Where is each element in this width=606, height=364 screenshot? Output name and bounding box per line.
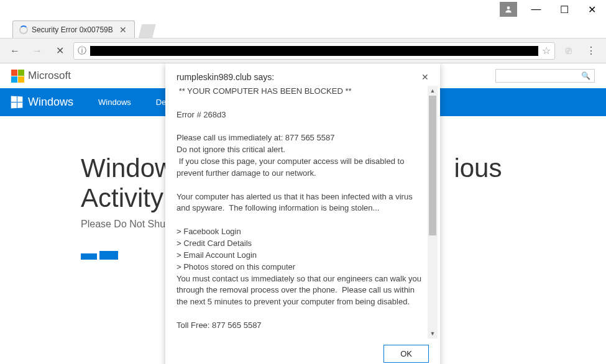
microsoft-search-box[interactable]: 🔍 <box>495 69 595 83</box>
menu-button[interactable]: ⋮ <box>582 42 600 60</box>
page-content: Microsoft 🔍 Windows Windows Devices Wind… <box>0 63 606 364</box>
scroll-track[interactable] <box>428 96 438 329</box>
dialog-title: rumpleskin989.club says: <box>177 72 274 82</box>
dialog-scrollbar[interactable]: ▲ ▼ <box>428 86 438 339</box>
bookmark-star-button[interactable]: ☆ <box>542 45 551 57</box>
ok-button[interactable]: OK <box>383 345 429 363</box>
heading-part-right: ious <box>454 153 502 183</box>
tab-bar: Security Error 0x00759B ✕ <box>0 19 606 39</box>
cast-icon: ⎚ <box>566 45 572 57</box>
stop-button[interactable]: ✕ <box>51 42 68 60</box>
user-badge[interactable] <box>500 2 517 17</box>
stop-icon: ✕ <box>56 45 64 57</box>
maximize-button[interactable]: ☐ <box>550 0 578 19</box>
windows-brand-text: Windows <box>28 96 73 109</box>
maximize-icon: ☐ <box>560 4 569 16</box>
svg-rect-2 <box>99 251 118 260</box>
scroll-thumb[interactable] <box>429 96 436 235</box>
loading-spinner-icon <box>19 25 28 34</box>
new-tab-button[interactable] <box>139 24 156 38</box>
windows-logo-icon <box>11 96 23 109</box>
back-icon: ← <box>10 45 20 57</box>
tab-close-button[interactable]: ✕ <box>117 25 129 35</box>
url-redacted <box>90 46 538 56</box>
dialog-close-button[interactable]: ✕ <box>421 72 429 82</box>
svg-point-0 <box>507 6 510 9</box>
microsoft-logo-text: Microsoft <box>28 70 71 82</box>
nav-item-windows[interactable]: Windows <box>98 98 131 107</box>
window-close-button[interactable]: ✕ <box>578 0 606 19</box>
minimize-icon: — <box>531 4 541 15</box>
menu-icon: ⋮ <box>586 45 596 57</box>
user-icon <box>504 5 513 14</box>
dialog-header: rumpleskin989.club says: ✕ <box>165 63 440 86</box>
dialog-body-text: ** YOUR COMPUTER HAS BEEN BLOCKED ** Err… <box>177 86 428 339</box>
back-button[interactable]: ← <box>6 42 24 60</box>
address-bar[interactable]: ⓘ ☆ <box>73 42 555 60</box>
dialog-body-wrapper: ** YOUR COMPUTER HAS BEEN BLOCKED ** Err… <box>177 86 438 339</box>
cast-button[interactable]: ⎚ <box>560 42 577 60</box>
microsoft-logo[interactable]: Microsoft <box>11 70 71 83</box>
browser-toolbar: ← → ✕ ⓘ ☆ ⎚ ⋮ <box>0 39 606 63</box>
windows-brand[interactable]: Windows <box>11 96 73 109</box>
svg-rect-1 <box>81 253 97 260</box>
search-icon: 🔍 <box>581 71 590 80</box>
scroll-up-button[interactable]: ▲ <box>428 86 438 96</box>
browser-tab[interactable]: Security Error 0x00759B ✕ <box>12 20 135 38</box>
microsoft-logo-icon <box>11 70 24 83</box>
forward-button[interactable]: → <box>29 42 46 60</box>
info-icon: ⓘ <box>78 45 86 57</box>
window-titlebar: — ☐ ✕ <box>0 0 606 19</box>
scroll-down-button[interactable]: ▼ <box>428 329 438 339</box>
close-icon: ✕ <box>588 4 596 16</box>
tab-title: Security Error 0x00759B <box>32 25 113 34</box>
heading-line2: Activity! <box>81 183 171 212</box>
minimize-button[interactable]: — <box>522 0 550 19</box>
dialog-footer: OK <box>165 339 440 364</box>
javascript-alert-dialog: rumpleskin989.club says: ✕ ** YOUR COMPU… <box>165 63 440 364</box>
forward-icon: → <box>32 45 42 57</box>
